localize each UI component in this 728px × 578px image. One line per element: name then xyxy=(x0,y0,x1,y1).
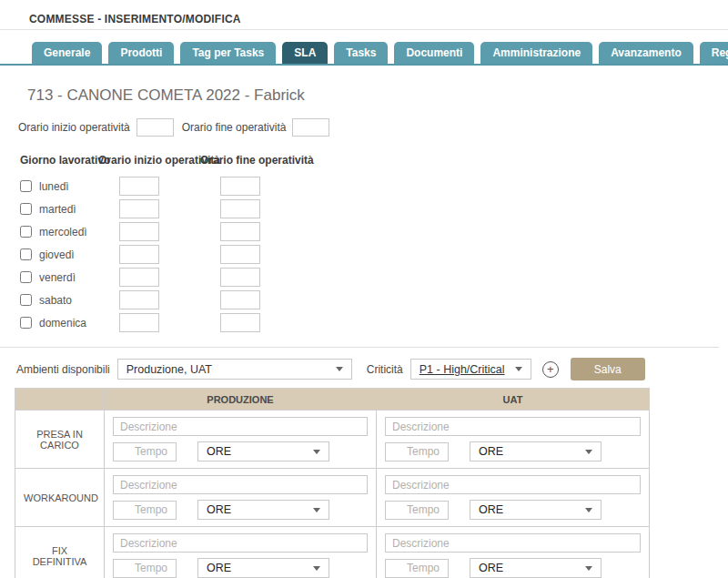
workaround-produzione-cell: ORE xyxy=(105,469,377,527)
martedi-fine-input[interactable] xyxy=(220,199,260,218)
tab-tag-per-tasks[interactable]: Tag per Tasks xyxy=(180,42,276,64)
weekday-hours-section: Giorno lavorativo Orario inizio operativ… xyxy=(20,154,728,334)
lunedi-inizio-input[interactable] xyxy=(119,177,159,196)
lunedi-fine-input[interactable] xyxy=(220,177,260,196)
criticita-select[interactable]: P1 - High/Critical xyxy=(410,359,531,380)
presa-produzione-unit-select[interactable]: ORE xyxy=(197,441,329,461)
sla-table: PRODUZIONE UAT PRESA IN CARICO ORE ORE xyxy=(15,388,650,578)
tab-avanzamento[interactable]: Avanzamento xyxy=(599,42,693,64)
day-label: domenica xyxy=(39,317,86,330)
presa-produzione-descrizione-input[interactable] xyxy=(113,417,368,436)
section-divider xyxy=(0,347,719,348)
workaround-produzione-descrizione-input[interactable] xyxy=(113,475,368,494)
chevron-down-icon xyxy=(336,367,343,371)
venerdi-checkbox[interactable] xyxy=(20,271,32,283)
mercoledi-inizio-input[interactable] xyxy=(119,222,159,241)
day-label: martedì xyxy=(39,203,76,216)
fix-produzione-descrizione-input[interactable] xyxy=(113,533,368,553)
workaround-produzione-tempo-input[interactable] xyxy=(113,501,177,520)
presa-uat-cell: ORE xyxy=(377,411,650,469)
day-label: mercoledì xyxy=(39,226,87,238)
fix-uat-tempo-input[interactable] xyxy=(385,559,449,578)
fix-produzione-unit-select[interactable]: ORE xyxy=(197,558,329,578)
domenica-checkbox[interactable] xyxy=(20,317,32,329)
venerdi-inizio-input[interactable] xyxy=(119,268,159,287)
table-row-presa-in-carico: PRESA IN CARICO ORE ORE xyxy=(15,411,650,469)
presa-uat-descrizione-input[interactable] xyxy=(385,417,641,436)
day-row-venerdi: venerdì xyxy=(20,266,728,289)
giovedi-fine-input[interactable] xyxy=(220,245,260,264)
tab-bar: Generale Prodotti Tag per Tasks SLA Task… xyxy=(0,42,728,66)
general-hours-row: Orario inizio operatività Orario fine op… xyxy=(18,118,728,137)
workaround-uat-tempo-input[interactable] xyxy=(385,501,449,520)
salva-button[interactable]: Salva xyxy=(571,358,645,380)
sla-empty-header xyxy=(15,389,105,411)
plus-icon: + xyxy=(547,363,554,375)
fix-uat-unit-select[interactable]: ORE xyxy=(470,558,602,578)
giorno-lavorativo-header: Giorno lavorativo xyxy=(20,154,98,167)
unit-value: ORE xyxy=(207,562,231,574)
unit-value: ORE xyxy=(479,503,503,516)
presa-uat-tempo-input[interactable] xyxy=(385,442,449,461)
workaround-uat-descrizione-input[interactable] xyxy=(385,475,641,494)
day-row-martedi: martedì xyxy=(20,198,728,220)
giovedi-checkbox[interactable] xyxy=(20,248,32,260)
tab-documenti[interactable]: Documenti xyxy=(394,42,474,64)
orario-fine-input[interactable] xyxy=(292,118,329,137)
table-row-fix-definitiva: FIX DEFINITIVA ORE ORE xyxy=(15,527,650,578)
tab-sla[interactable]: SLA xyxy=(282,42,328,64)
orario-fine-label: Orario fine operatività xyxy=(182,121,287,134)
orario-inizio-label: Orario inizio operatività xyxy=(18,121,130,134)
criticita-value: P1 - High/Critical xyxy=(420,363,505,376)
fix-produzione-cell: ORE xyxy=(105,527,377,578)
ambienti-disponibili-label: Ambienti disponibili xyxy=(16,363,110,376)
add-criticita-button[interactable]: + xyxy=(542,361,559,378)
chevron-down-icon xyxy=(313,450,320,454)
row-label-fix-definitiva: FIX DEFINITIVA xyxy=(15,527,105,578)
chevron-down-icon xyxy=(585,566,592,571)
day-label: venerdì xyxy=(39,271,76,284)
table-row-workaround: WORKAROUND ORE ORE xyxy=(15,469,650,527)
orario-inizio-header: Orario inizio operatività xyxy=(98,154,200,167)
sabato-checkbox[interactable] xyxy=(20,294,32,306)
tab-generale[interactable]: Generale xyxy=(32,42,102,64)
unit-value: ORE xyxy=(207,445,231,458)
tab-amministrazione[interactable]: Amministrazione xyxy=(480,42,592,64)
tab-prodotti[interactable]: Prodotti xyxy=(108,42,174,64)
day-row-mercoledi: mercoledì xyxy=(20,220,728,243)
chevron-down-icon xyxy=(313,508,320,512)
tab-registro-eventi[interactable]: Registro eventi xyxy=(700,42,728,64)
window-title: COMMESSE - INSERIMENTO/MODIFICA xyxy=(29,13,241,25)
fix-uat-descrizione-input[interactable] xyxy=(385,533,641,553)
orario-inizio-input[interactable] xyxy=(136,118,174,137)
sabato-fine-input[interactable] xyxy=(220,290,260,309)
fix-produzione-tempo-input[interactable] xyxy=(113,559,177,578)
environment-row: Ambienti disponibili Produzione, UAT Cri… xyxy=(16,358,728,380)
presa-uat-unit-select[interactable]: ORE xyxy=(470,441,602,461)
chevron-down-icon xyxy=(515,367,522,371)
row-label-presa-in-carico: PRESA IN CARICO xyxy=(15,411,105,469)
orario-fine-header: Orario fine operatività xyxy=(200,154,300,167)
row-label-workaround: WORKAROUND xyxy=(15,469,105,527)
domenica-inizio-input[interactable] xyxy=(119,313,159,332)
mercoledi-fine-input[interactable] xyxy=(220,222,260,241)
giovedi-inizio-input[interactable] xyxy=(119,245,159,264)
workaround-uat-cell: ORE xyxy=(377,469,650,527)
ambienti-select[interactable]: Produzione, UAT xyxy=(117,359,352,380)
venerdi-fine-input[interactable] xyxy=(220,268,260,287)
unit-value: ORE xyxy=(479,562,503,574)
sabato-inizio-input[interactable] xyxy=(119,290,159,309)
mercoledi-checkbox[interactable] xyxy=(20,226,32,238)
sla-header-row: PRODUZIONE UAT xyxy=(15,389,650,411)
presa-produzione-tempo-input[interactable] xyxy=(113,442,177,461)
domenica-fine-input[interactable] xyxy=(220,313,260,332)
lunedi-checkbox[interactable] xyxy=(20,180,32,192)
workaround-uat-unit-select[interactable]: ORE xyxy=(470,500,602,520)
martedi-checkbox[interactable] xyxy=(20,203,32,215)
chevron-down-icon xyxy=(585,508,592,512)
tab-tasks[interactable]: Tasks xyxy=(334,42,388,64)
workaround-produzione-unit-select[interactable]: ORE xyxy=(197,500,329,520)
martedi-inizio-input[interactable] xyxy=(119,199,159,218)
day-row-giovedi: giovedì xyxy=(20,243,728,266)
weekday-header-row: Giorno lavorativo Orario inizio operativ… xyxy=(20,154,728,167)
